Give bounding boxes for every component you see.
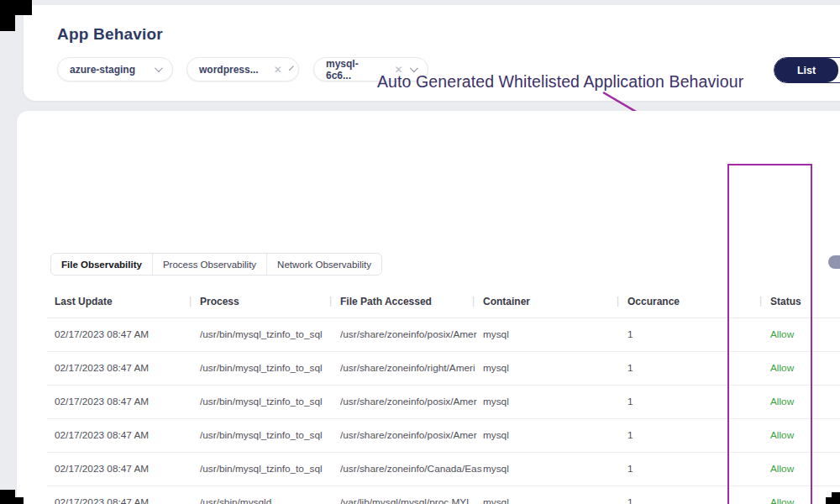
cell-container: mysql — [483, 385, 627, 418]
view-toggle-list[interactable]: List — [774, 58, 838, 82]
table-row[interactable]: 02/17/2023 08:47 AM/usr/bin/mysql_tzinfo… — [47, 318, 840, 351]
table-row[interactable]: 02/17/2023 08:47 AM/usr/bin/mysql_tzinfo… — [47, 385, 840, 418]
cell-last-update: 02/17/2023 08:47 AM — [47, 418, 200, 452]
whitelist-toggle-switch[interactable] — [828, 255, 840, 269]
column-header-container: |Container — [483, 286, 627, 318]
column-separator: | — [329, 295, 332, 307]
cell-process: /usr/bin/mysql_tzinfo_to_sql — [200, 385, 340, 418]
tab-file-observability[interactable]: File Observability — [51, 254, 153, 275]
observability-tabs: File Observability Process Observability… — [50, 253, 382, 276]
cell-container: mysql — [483, 318, 627, 351]
column-header-last-update: Last Update — [47, 286, 200, 318]
tab-process-observability[interactable]: Process Observability — [153, 254, 267, 275]
behavior-table: Last Update|Process|File Path Accessed|C… — [47, 286, 840, 504]
screen-corner-artifact — [0, 0, 32, 15]
cell-last-update: 02/17/2023 08:47 AM — [47, 452, 200, 486]
table-header-row: Last Update|Process|File Path Accessed|C… — [47, 286, 840, 318]
cell-container: mysql — [483, 452, 627, 486]
cell-last-update: 02/17/2023 08:47 AM — [47, 318, 200, 351]
table-row[interactable]: 02/17/2023 08:47 AM/usr/sbin/mysqld/var/… — [47, 486, 840, 504]
filter-chip-cluster[interactable]: azure-staging — [57, 57, 173, 81]
table-row[interactable]: 02/17/2023 08:47 AM/usr/bin/mysql_tzinfo… — [47, 418, 840, 452]
table-card: File Observability Process Observability… — [17, 111, 840, 504]
chevron-down-icon[interactable] — [289, 66, 294, 71]
cell-process: /usr/bin/mysql_tzinfo_to_sql — [200, 318, 340, 351]
filter-chip-label: azure-staging — [70, 64, 135, 76]
cell-last-update: 02/17/2023 08:47 AM — [47, 385, 200, 418]
column-header-file-path-accessed: |File Path Accessed — [340, 286, 483, 318]
screen-corner-artifact — [0, 497, 24, 504]
column-header-process: |Process — [200, 286, 340, 318]
table-row[interactable]: 02/17/2023 08:47 AM/usr/bin/mysql_tzinfo… — [47, 452, 840, 486]
view-toggle: List G — [774, 57, 840, 83]
cell-container: mysql — [483, 486, 627, 504]
chevron-down-icon[interactable] — [410, 64, 418, 72]
filter-chip-label: wordpress... — [199, 64, 259, 76]
cell-file-path-accessed: /usr/share/zoneinfo/posix/Amer — [340, 418, 483, 452]
annotation-text: Auto Generated Whitelisted Application B… — [377, 72, 743, 92]
chevron-down-icon[interactable] — [155, 64, 163, 72]
page-title: App Behavior — [57, 25, 163, 44]
column-separator: | — [617, 295, 619, 307]
app-behavior-screen: App Behavior azure-staging wordpress... … — [0, 0, 840, 504]
screen-corner-artifact — [0, 15, 15, 31]
filter-chip-wordpress[interactable]: wordpress... ✕ — [186, 57, 299, 81]
cell-process: /usr/bin/mysql_tzinfo_to_sql — [200, 418, 340, 452]
cell-file-path-accessed: /var/lib/mysql/mysql/proc.MYI — [340, 486, 483, 504]
cell-file-path-accessed: /usr/share/zoneinfo/posix/Amer — [340, 385, 483, 418]
cell-last-update: 02/17/2023 08:47 AM — [47, 351, 200, 385]
tab-network-observability[interactable]: Network Observability — [267, 254, 381, 275]
cell-file-path-accessed: /usr/share/zoneinfo/posix/Amer — [340, 318, 483, 351]
cell-container: mysql — [483, 418, 627, 452]
cell-file-path-accessed: /usr/share/zoneinfo/Canada/Eas — [340, 452, 483, 486]
filter-chip-label: mysql-6c6... — [326, 58, 379, 81]
remove-filter-icon[interactable]: ✕ — [274, 65, 282, 75]
cell-process: /usr/sbin/mysqld — [200, 486, 340, 504]
cell-container: mysql — [483, 351, 627, 385]
status-highlight-box — [727, 164, 812, 504]
column-separator: | — [189, 295, 192, 307]
cell-process: /usr/bin/mysql_tzinfo_to_sql — [200, 452, 340, 486]
cell-last-update: 02/17/2023 08:47 AM — [47, 486, 200, 504]
cell-file-path-accessed: /usr/share/zoneinfo/right/Ameri — [340, 351, 483, 385]
cell-process: /usr/bin/mysql_tzinfo_to_sql — [200, 351, 340, 385]
table-row[interactable]: 02/17/2023 08:47 AM/usr/bin/mysql_tzinfo… — [47, 351, 840, 385]
screen-corner-artifact — [826, 497, 840, 504]
column-separator: | — [472, 295, 475, 307]
